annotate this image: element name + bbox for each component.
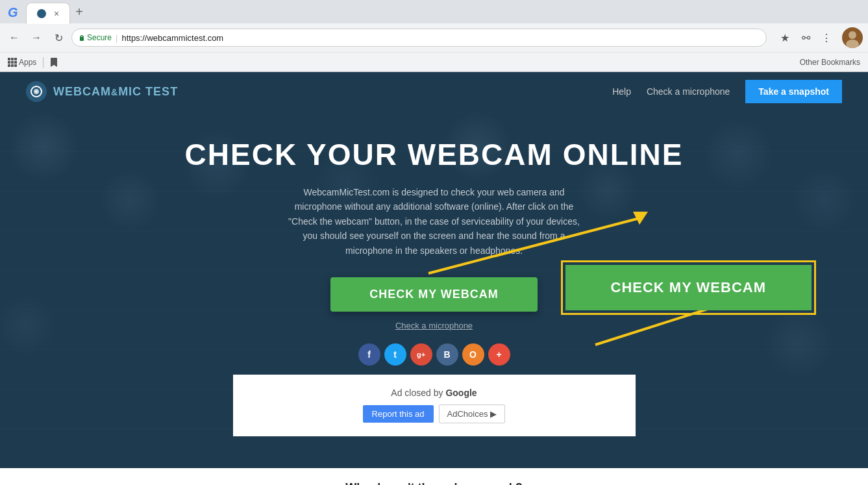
- nav-help[interactable]: Help: [612, 86, 631, 97]
- svg-rect-7: [14, 58, 17, 60]
- nav-links: Help Check a microphone Take a snapshot: [612, 80, 842, 103]
- logo-area: WEBCAM&MIC TEST: [26, 81, 178, 102]
- site-header: WEBCAM&MIC TEST Help Check a microphone …: [0, 72, 868, 111]
- svg-rect-6: [11, 58, 14, 60]
- check-webcam-large-button[interactable]: CHECK MY WEBCAM: [565, 265, 812, 310]
- mic-link[interactable]: Check a microphone: [395, 321, 473, 330]
- svg-point-16: [36, 91, 38, 93]
- bookmarks-bar: Apps | Other Bookmarks: [0, 52, 868, 71]
- google-plus-button[interactable]: g+: [410, 343, 432, 366]
- extensions-button[interactable]: ⚯: [797, 29, 815, 47]
- hero-section: CHECK YOUR WEBCAM ONLINE WebcamMicTest.c…: [0, 111, 868, 468]
- browser-tab[interactable]: ×: [26, 3, 70, 24]
- back-button[interactable]: ←: [5, 29, 23, 47]
- other-bookmarks-label[interactable]: Other Bookmarks: [800, 58, 860, 67]
- adchoices-button[interactable]: AdChoices ▶: [439, 404, 506, 423]
- report-ad-button[interactable]: Report this ad: [363, 405, 434, 423]
- apps-button[interactable]: Apps: [8, 58, 36, 67]
- google-logo: G: [5, 3, 23, 21]
- tab-bar: G × +: [0, 0, 868, 23]
- plus-button[interactable]: +: [488, 343, 510, 366]
- nav-actions: ★ ⚯ ⋮: [776, 29, 836, 47]
- logo-text: WEBCAM&MIC TEST: [53, 85, 178, 99]
- svg-point-4: [846, 40, 859, 48]
- ad-closed-panel: Ad closed by Google Report this ad AdCho…: [233, 375, 636, 436]
- user-avatar[interactable]: [842, 27, 863, 48]
- svg-rect-10: [14, 61, 17, 64]
- ad-closed-text: Ad closed by Google: [246, 388, 623, 398]
- cta-overlay: CHECK MY WEBCAM: [561, 260, 816, 315]
- bookmark-star[interactable]: ★: [776, 29, 794, 47]
- logo-icon: [26, 81, 47, 102]
- nav-snapshot-btn[interactable]: Take a snapshot: [745, 80, 842, 103]
- secure-badge: Secure: [79, 33, 112, 42]
- google-label: Google: [445, 388, 477, 398]
- check-webcam-button[interactable]: CHECK MY WEBCAM: [330, 277, 538, 312]
- website: WEBCAM&MIC TEST Help Check a microphone …: [0, 72, 868, 485]
- ad-actions: Report this ad AdChoices ▶: [246, 404, 623, 423]
- facebook-button[interactable]: f: [358, 343, 380, 366]
- url-text: https://webcammictest.com: [121, 33, 223, 43]
- vk-button[interactable]: B: [436, 343, 458, 366]
- svg-rect-9: [11, 61, 14, 64]
- cta-overlay-box: CHECK MY WEBCAM: [561, 260, 816, 315]
- odnoklassniki-button[interactable]: O: [462, 343, 484, 366]
- svg-rect-12: [11, 64, 14, 67]
- twitter-button[interactable]: t: [384, 343, 406, 366]
- hero-title: CHECK YOUR WEBCAM ONLINE: [185, 137, 684, 172]
- new-tab-button[interactable]: +: [70, 3, 88, 21]
- svg-rect-13: [14, 64, 17, 67]
- svg-point-3: [849, 31, 856, 39]
- svg-rect-8: [8, 61, 10, 64]
- nav-bar: ← → ↻ Secure | https://webcammictest.com…: [0, 23, 868, 52]
- adchoices-icon: ▶: [490, 409, 497, 419]
- menu-button[interactable]: ⋮: [817, 29, 836, 47]
- svg-text:G: G: [8, 5, 18, 19]
- tab-favicon: [37, 9, 46, 18]
- svg-rect-11: [8, 64, 10, 67]
- tab-close[interactable]: ×: [54, 8, 59, 19]
- below-fold: Why doesn't the webcam work?: [0, 468, 868, 485]
- hero-description: WebcamMicTest.com is designed to check y…: [285, 185, 584, 258]
- social-icons: f t g+ B O +: [358, 343, 510, 366]
- svg-rect-5: [8, 58, 10, 60]
- nav-check-mic[interactable]: Check a microphone: [647, 86, 730, 97]
- browser-chrome: G × + ← → ↻ Secure | https://webcammicte…: [0, 0, 868, 72]
- forward-button[interactable]: →: [27, 29, 45, 47]
- reload-button[interactable]: ↻: [49, 29, 68, 47]
- below-title: Why doesn't the webcam work?: [13, 481, 855, 485]
- bookmark-icon: [50, 58, 58, 67]
- address-bar[interactable]: Secure | https://webcammictest.com: [71, 29, 767, 47]
